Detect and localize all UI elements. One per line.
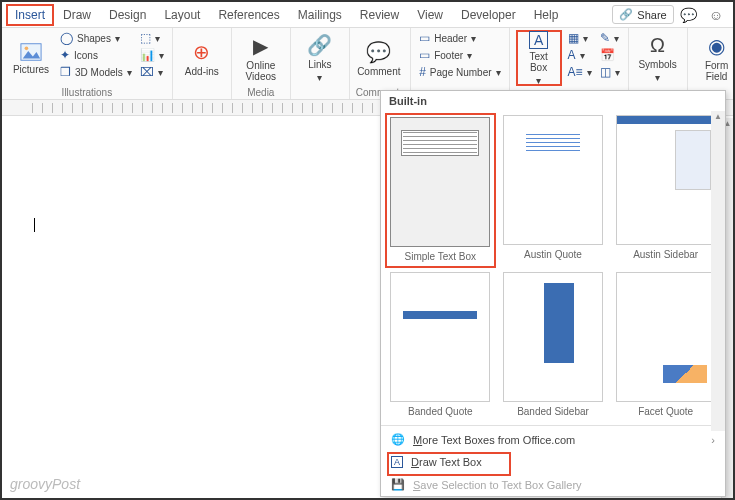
header-button[interactable]: ▭Header ▾ xyxy=(417,30,502,46)
group-media: ▶Online Videos Media xyxy=(232,28,291,99)
icons-button[interactable]: ✦Icons xyxy=(58,47,134,63)
screenshot-button[interactable]: ⌧▾ xyxy=(138,64,166,80)
tab-developer[interactable]: Developer xyxy=(452,4,525,26)
gallery-grid: Simple Text Box Austin Quote Austin Side… xyxy=(381,111,725,423)
object-button[interactable]: ◫▾ xyxy=(598,64,622,80)
comment-icon: 💬 xyxy=(366,40,391,64)
header-icon: ▭ xyxy=(419,31,430,45)
comment-button[interactable]: 💬Comment xyxy=(356,30,402,86)
omega-icon: Ω xyxy=(650,34,665,57)
draw-label: raw Text Box xyxy=(419,456,482,468)
group-headerfooter: ▭Header ▾ ▭Footer ▾ #Page Number ▾ xyxy=(411,28,509,99)
smiley-icon[interactable]: ☺ xyxy=(703,3,729,27)
gallery-item-facet-quote[interactable]: Facet Quote xyxy=(610,270,721,421)
group-label-media: Media xyxy=(238,86,284,99)
draw-textbox-menuitem[interactable]: A Draw Text Box xyxy=(381,451,725,473)
tab-mailings[interactable]: Mailings xyxy=(289,4,351,26)
group-label-illustrations: Illustrations xyxy=(8,86,166,99)
smartart-button[interactable]: ⬚▾ xyxy=(138,30,166,46)
formfield-icon: ◉ xyxy=(708,34,725,58)
tab-draw[interactable]: Draw xyxy=(54,4,100,26)
object-icon: ◫ xyxy=(600,65,611,79)
group-links: 🔗Links ▾ xyxy=(291,28,350,99)
3d-models-button[interactable]: ❒3D Models ▾ xyxy=(58,64,134,80)
draw-textbox-icon: A xyxy=(391,456,403,468)
tab-insert[interactable]: Insert xyxy=(6,4,54,26)
group-comments: 💬Comment Comments xyxy=(350,28,411,99)
dropcap-button[interactable]: A≡▾ xyxy=(566,64,594,80)
chevron-right-icon: › xyxy=(711,434,715,446)
wordart-button[interactable]: A▾ xyxy=(566,47,594,63)
save-icon: 💾 xyxy=(391,478,405,491)
svg-point-1 xyxy=(25,46,29,50)
group-addins: ⊕Add-ins xyxy=(173,28,232,99)
watermark: groovyPost xyxy=(10,476,80,492)
quickparts-button[interactable]: ▦▾ xyxy=(566,30,594,46)
tab-references[interactable]: References xyxy=(209,4,288,26)
tab-review[interactable]: Review xyxy=(351,4,408,26)
pagenumber-icon: # xyxy=(419,65,426,79)
signature-button[interactable]: ✎▾ xyxy=(598,30,622,46)
screenshot-icon: ⌧ xyxy=(140,65,154,79)
smartart-icon: ⬚ xyxy=(140,31,151,45)
wordart-icon: A xyxy=(568,48,576,62)
gallery-scrollbar[interactable]: ▲ xyxy=(711,111,725,431)
chart-icon: 📊 xyxy=(140,48,155,62)
gallery-item-austin-quote[interactable]: Austin Quote xyxy=(498,113,609,268)
links-button[interactable]: 🔗Links ▾ xyxy=(297,30,343,86)
share-button[interactable]: 🔗Share xyxy=(612,5,673,24)
link-icon: 🔗 xyxy=(307,33,332,57)
textbox-gallery-dropdown: Built-in Simple Text Box Austin Quote Au… xyxy=(380,90,726,497)
shapes-button[interactable]: ◯Shapes ▾ xyxy=(58,30,134,46)
addins-button[interactable]: ⊕Add-ins xyxy=(179,30,225,86)
more-label: ore Text Boxes from Office.com xyxy=(422,434,575,446)
datetime-button[interactable]: 📅 xyxy=(598,47,622,63)
tab-layout[interactable]: Layout xyxy=(155,4,209,26)
gallery-item-banded-sidebar[interactable]: Banded Sidebar xyxy=(498,270,609,421)
tab-view[interactable]: View xyxy=(408,4,452,26)
textbox-button[interactable]: AText Box ▾ xyxy=(516,30,562,86)
group-form: ◉Form Field xyxy=(688,28,735,99)
chart-button[interactable]: 📊▾ xyxy=(138,47,166,63)
tab-design[interactable]: Design xyxy=(100,4,155,26)
save-label: ave Selection to Text Box Gallery xyxy=(420,479,581,491)
tab-help[interactable]: Help xyxy=(525,4,568,26)
pictures-icon xyxy=(20,42,42,62)
gallery-item-austin-sidebar[interactable]: Austin Sidebar xyxy=(610,113,721,268)
textbox-icon: A xyxy=(529,31,548,49)
gallery-item-banded-quote[interactable]: Banded Quote xyxy=(385,270,496,421)
group-symbols: ΩSymbols ▾ xyxy=(629,28,688,99)
save-selection-menuitem: 💾 Save Selection to Text Box Gallery xyxy=(381,473,725,496)
group-text: AText Box ▾ ▦▾ A▾ A≡▾ ✎▾ 📅 ◫▾ xyxy=(510,28,629,99)
addins-icon: ⊕ xyxy=(193,40,210,64)
date-icon: 📅 xyxy=(600,48,615,62)
online-videos-button[interactable]: ▶Online Videos xyxy=(238,30,284,86)
dropcap-icon: A≡ xyxy=(568,65,583,79)
icons-icon: ✦ xyxy=(60,48,70,62)
globe-icon: 🌐 xyxy=(391,433,405,446)
footer-icon: ▭ xyxy=(419,48,430,62)
share-icon: 🔗 xyxy=(619,8,633,21)
gallery-item-simple-text-box[interactable]: Simple Text Box xyxy=(385,113,496,268)
cube-icon: ❒ xyxy=(60,65,71,79)
ribbon-tabs: Insert Draw Design Layout References Mai… xyxy=(2,2,733,28)
shapes-icon: ◯ xyxy=(60,31,73,45)
group-illustrations: Pictures ◯Shapes ▾ ✦Icons ❒3D Models ▾ ⬚… xyxy=(2,28,173,99)
quickparts-icon: ▦ xyxy=(568,31,579,45)
signature-icon: ✎ xyxy=(600,31,610,45)
symbols-button[interactable]: ΩSymbols ▾ xyxy=(635,30,681,86)
gallery-section-header: Built-in xyxy=(381,91,725,111)
formfield-button[interactable]: ◉Form Field xyxy=(694,30,735,86)
text-cursor xyxy=(34,218,35,232)
pagenumber-button[interactable]: #Page Number ▾ xyxy=(417,64,502,80)
comments-pane-icon[interactable]: 💬 xyxy=(674,3,703,27)
video-icon: ▶ xyxy=(253,34,268,58)
pictures-button[interactable]: Pictures xyxy=(8,30,54,86)
footer-button[interactable]: ▭Footer ▾ xyxy=(417,47,502,63)
more-textboxes-menuitem[interactable]: 🌐 More Text Boxes from Office.com › xyxy=(381,428,725,451)
